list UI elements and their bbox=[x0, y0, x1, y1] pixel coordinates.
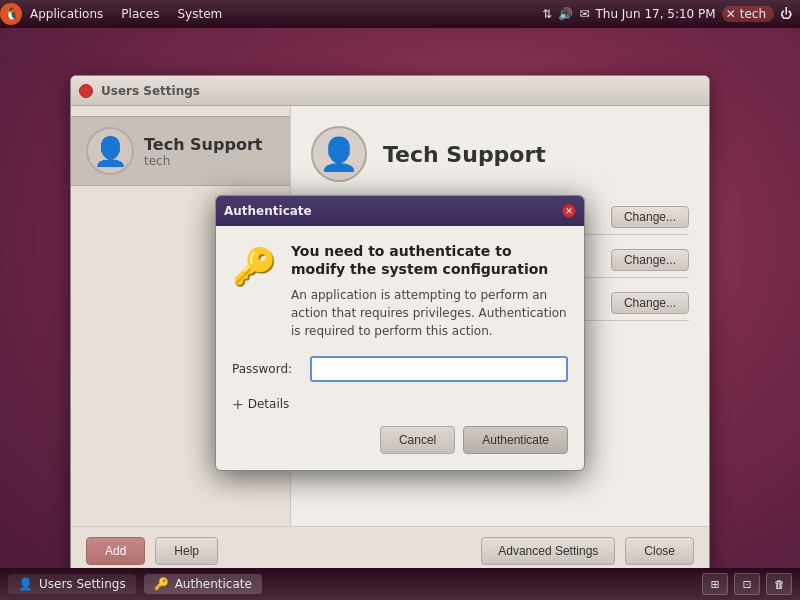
dialog-content: 🔑 You need to authenticate to modify the… bbox=[232, 242, 568, 340]
dialog-body: 🔑 You need to authenticate to modify the… bbox=[216, 226, 584, 470]
details-toggle-label: Details bbox=[248, 397, 290, 411]
password-input[interactable] bbox=[310, 356, 568, 382]
cancel-button[interactable]: Cancel bbox=[380, 426, 455, 454]
dialog-actions: Cancel Authenticate bbox=[232, 426, 568, 454]
details-toggle-arrow: + bbox=[232, 396, 244, 412]
password-label: Password: bbox=[232, 362, 302, 376]
details-toggle[interactable]: + Details bbox=[232, 396, 568, 412]
dialog-titlebar: Authenticate ✕ bbox=[216, 196, 584, 226]
password-row: Password: bbox=[232, 356, 568, 382]
dialog-title: Authenticate bbox=[224, 204, 312, 218]
dialog-text-section: You need to authenticate to modify the s… bbox=[291, 242, 568, 340]
dialog-subtext: An application is attempting to perform … bbox=[291, 286, 568, 340]
authenticate-button[interactable]: Authenticate bbox=[463, 426, 568, 454]
dialog-overlay: Authenticate ✕ 🔑 You need to authenticat… bbox=[0, 0, 800, 600]
dialog-close-dot[interactable]: ✕ bbox=[562, 204, 576, 218]
keys-icon: 🔑 bbox=[232, 246, 277, 340]
dialog-heading: You need to authenticate to modify the s… bbox=[291, 242, 568, 278]
authenticate-dialog: Authenticate ✕ 🔑 You need to authenticat… bbox=[215, 195, 585, 471]
